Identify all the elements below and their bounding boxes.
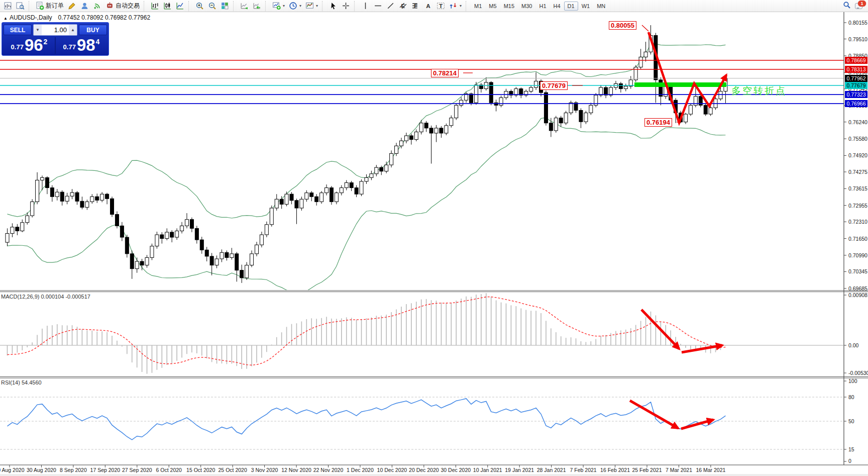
notifications-icon[interactable]: 1 xyxy=(855,2,865,11)
price-axis-tick: 0.69685 xyxy=(848,285,867,292)
volume-decrease-button[interactable]: ▼ xyxy=(34,25,42,35)
zoom-in-icon[interactable] xyxy=(193,0,206,12)
new-chart-icon[interactable]: ▾ xyxy=(270,0,287,12)
date-label: 16 Mar 2021 xyxy=(696,467,725,473)
timeframe-button-M5[interactable]: M5 xyxy=(485,2,500,11)
search-icon[interactable] xyxy=(843,1,851,11)
templates-icon[interactable]: ▾ xyxy=(303,0,320,12)
price-axis-tick: 0.80155 xyxy=(848,20,867,26)
sell-price-pip: 2 xyxy=(44,38,48,46)
macd-scale-label: 0.00 xyxy=(848,342,858,348)
chevron-down-icon: ▾ xyxy=(316,4,318,8)
timeframe-button-M1[interactable]: M1 xyxy=(471,2,485,11)
tile-windows-icon[interactable] xyxy=(219,0,231,12)
price-badge-0.77962: 0.77962 xyxy=(845,75,867,82)
price-axis-tick: 0.73615 xyxy=(848,185,867,192)
timeframe-button-H4[interactable]: H4 xyxy=(550,2,564,11)
macd-trend-arrow-2[interactable] xyxy=(682,345,722,352)
price-annotation-0.80055[interactable]: 0.80055 xyxy=(609,21,636,30)
date-label: 22 Nov 2020 xyxy=(313,467,344,473)
svg-text:A: A xyxy=(426,3,430,9)
signals-icon[interactable] xyxy=(91,0,103,12)
price-annotation-0.78214[interactable]: 0.78214 xyxy=(431,69,459,77)
rsi-scale-label: 0 xyxy=(848,458,851,464)
price-annotation-0.77679[interactable]: 0.77679 xyxy=(540,81,568,90)
macd-indicator xyxy=(0,293,844,373)
periodicity-icon[interactable]: ▾ xyxy=(287,0,303,12)
price-axis-tick: 0.74920 xyxy=(848,152,867,158)
fibonacci-icon[interactable]: F xyxy=(409,0,422,12)
timeframe-button-W1[interactable]: W1 xyxy=(578,2,594,11)
chart-shift-icon[interactable] xyxy=(251,0,263,12)
timeframe-button-D1[interactable]: D1 xyxy=(564,2,578,11)
date-label: 16 Feb 2021 xyxy=(600,467,630,473)
horizontal-line-icon[interactable] xyxy=(372,0,384,12)
crosshair-icon[interactable] xyxy=(340,0,352,12)
sell-price[interactable]: 0.77 96 2 xyxy=(4,37,55,54)
buy-price-prefix: 0.77 xyxy=(63,43,76,51)
ohlc-readout: 0.77452 0.78092 0.76982 0.77962 xyxy=(58,14,151,21)
timeframe-button-H1[interactable]: H1 xyxy=(535,2,550,11)
volume-input[interactable] xyxy=(42,25,69,35)
timeframe-button-M15[interactable]: M15 xyxy=(500,2,518,11)
price-badge-0.76966: 0.76966 xyxy=(845,100,867,107)
timeframe-button-M30[interactable]: M30 xyxy=(518,2,535,11)
text-icon[interactable]: A xyxy=(422,0,435,12)
bar-chart-icon[interactable] xyxy=(149,0,161,12)
autotrading-button[interactable]: 自动交易 xyxy=(103,0,142,12)
toolbar-separator xyxy=(322,1,325,11)
community-icon[interactable] xyxy=(78,0,91,12)
arrows-icon[interactable]: ▾ xyxy=(447,0,464,12)
buy-price-big: 98 xyxy=(77,38,95,53)
timeframe-button-MN[interactable]: MN xyxy=(593,2,609,11)
toolbar-separator xyxy=(233,1,237,11)
price-badge-0.78313: 0.78313 xyxy=(845,66,867,73)
volume-increase-button[interactable]: ▲ xyxy=(69,25,77,35)
sell-price-prefix: 0.77 xyxy=(11,43,24,51)
chart-file-icon[interactable] xyxy=(2,0,14,12)
zoom-out-icon[interactable] xyxy=(206,0,219,12)
chart-profile-icon[interactable] xyxy=(14,0,27,12)
date-label: 12 Nov 2020 xyxy=(281,467,311,473)
bollinger-lower-band xyxy=(8,118,726,292)
date-label: 7 Mar 2021 xyxy=(666,467,692,473)
chevron-down-icon: ▾ xyxy=(299,4,301,8)
date-label: 28 Jan 2021 xyxy=(537,467,566,473)
buy-price[interactable]: 0.77 98 4 xyxy=(56,37,107,54)
price-badge-0.77679: 0.77679 xyxy=(845,82,867,89)
autoscroll-icon[interactable] xyxy=(238,0,251,12)
rsi-line xyxy=(8,399,726,440)
turning-point-annotation[interactable]: 多空转折点 xyxy=(731,84,787,98)
vertical-line-icon[interactable] xyxy=(359,0,372,12)
buy-button[interactable]: BUY xyxy=(79,25,107,35)
text-label-icon[interactable]: T xyxy=(435,0,447,12)
line-chart-icon[interactable] xyxy=(174,0,186,12)
macd-trend-arrow-1[interactable] xyxy=(641,310,679,349)
trendline-icon[interactable] xyxy=(384,0,397,12)
candlestick-chart-icon[interactable] xyxy=(161,0,174,12)
one-click-trade-panel: SELL ▼ ▲ BUY 0.77 96 2 0.77 98 4 xyxy=(2,22,109,56)
chevron-down-icon: ▾ xyxy=(460,4,462,8)
bollinger-bands xyxy=(8,44,726,292)
toolbar-separator xyxy=(354,1,358,11)
sell-button[interactable]: SELL xyxy=(4,25,32,35)
date-label: 19 Jan 2021 xyxy=(505,467,534,473)
rsi-scale-label: 80 xyxy=(848,394,854,400)
metaeditor-icon[interactable] xyxy=(66,0,78,12)
date-label: 7 Feb 2021 xyxy=(570,467,597,473)
price-axis-tick: 0.76240 xyxy=(848,119,867,125)
rsi-trend-arrow-1[interactable] xyxy=(630,401,678,428)
macd-scale-label: -0.005306 xyxy=(848,370,868,376)
price-axis-tick: 0.71650 xyxy=(848,236,867,242)
volume-stepper: ▼ ▲ xyxy=(33,24,77,36)
green-resistance-bar[interactable] xyxy=(634,82,726,87)
trend-zigzag-arrow[interactable] xyxy=(648,32,726,123)
price-axis-tick: 0.72955 xyxy=(848,203,867,209)
new-order-button[interactable]: 新订单 xyxy=(34,0,66,12)
date-label: 10 Jan 2021 xyxy=(473,467,502,473)
date-axis[interactable]: 20 Aug 202030 Aug 20208 Sep 202017 Sep 2… xyxy=(0,465,844,476)
equidistant-channel-icon[interactable]: E xyxy=(397,0,409,12)
price-annotation-0.76194[interactable]: 0.76194 xyxy=(644,118,672,127)
cursor-icon[interactable] xyxy=(327,0,340,12)
toolbar-separator xyxy=(29,1,32,11)
